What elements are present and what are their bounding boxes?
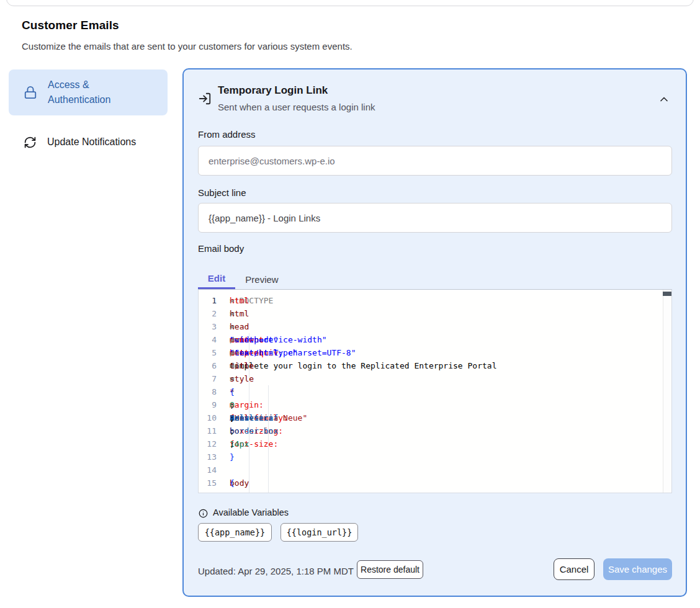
save-changes-button[interactable]: Save changes [603,558,672,580]
from-address-input[interactable] [198,146,672,176]
line-number: 2 [199,307,230,320]
line-number: 5 [199,346,230,359]
code-line: 12 font-size: 14px; [199,437,671,450]
sidebar-item-access-authentication[interactable]: Access & Authentication [9,69,168,115]
code-line: 7 <style> [199,372,671,385]
line-number: 14 [199,463,230,476]
code-line: 3<head> [199,320,671,333]
code-line: 8 * { [199,385,671,398]
sidebar-item-label: Update Notifications [47,135,158,150]
restore-default-button[interactable]: Restore default [357,560,423,579]
editor-scrollbar-thumb[interactable] [663,292,671,296]
sidebar-item-label: Access & Authentication [48,78,135,107]
page-title: Customer Emails [22,19,119,32]
line-number: 16 [199,490,230,493]
cancel-button[interactable]: Cancel [554,558,595,580]
code-line: 13 } [199,450,671,463]
subject-line-label: Subject line [198,187,246,198]
card-title: Temporary Login Link [218,84,328,97]
code-line: 14 [199,463,671,476]
tab-preview[interactable]: Preview [235,269,289,289]
card-subtitle: Sent when a user requests a login link [218,102,375,112]
previous-card-bottom-edge [6,0,694,6]
line-number: 1 [199,294,230,307]
line-number: 8 [199,385,230,398]
line-number: 9 [199,398,230,411]
code-line: 5 <meta http-equiv="Content-Type" conten… [199,346,671,359]
line-number: 6 [199,359,230,372]
available-variables-label: Available Variables [213,507,289,517]
line-number: 3 [199,320,230,333]
code-line: 6 <title>Complete your login to the Repl… [199,359,671,372]
line-number: 12 [199,437,230,450]
line-number: 4 [199,333,230,346]
code-line: 9 margin: 0; [199,398,671,411]
email-body-label: Email body [198,243,244,254]
info-icon [199,509,208,518]
code-line: 11 box-sizing: border-box; [199,424,671,437]
line-number: 10 [199,411,230,424]
tab-edit[interactable]: Edit [198,269,235,289]
line-number: 13 [199,450,230,463]
page-subtitle: Customize the emails that are sent to yo… [22,41,352,51]
from-address-label: From address [198,129,256,140]
email-types-sidebar: Access & Authentication Update Notificat… [9,69,168,156]
code-line: 1<!DOCTYPE html> [199,294,671,307]
variable-chip-app-name[interactable]: {{app_name}} [198,523,272,542]
sidebar-item-update-notifications[interactable]: Update Notifications [9,128,168,156]
chevron-up-icon[interactable] [658,93,670,105]
code-line: 2<html> [199,307,671,320]
code-line: 10 font-family: "Helvetica Neue", Helvet… [199,411,671,424]
refresh-icon [24,136,37,149]
editor-scrollbar-track[interactable] [663,290,671,493]
line-number: 11 [199,424,230,437]
temporary-login-link-card: Temporary Login Link Sent when a user re… [182,68,687,597]
line-number: 7 [199,372,230,385]
code-line: 15 body { [199,476,671,490]
login-icon [198,92,212,105]
line-number: 15 [199,476,230,490]
code-editor[interactable]: 1<!DOCTYPE html>2<html>3<head>4 <meta na… [198,289,672,493]
subject-line-input[interactable] [198,203,672,233]
updated-timestamp: Updated: Apr 29, 2025, 1:18 PM MDT [198,565,354,578]
email-body-tabs: Edit Preview [198,269,289,289]
code-lines: 1<!DOCTYPE html>2<html>3<head>4 <meta na… [199,294,671,493]
variable-chip-login-url[interactable]: {{login_url}} [280,523,358,542]
code-line: 16 background-color: #f6f6f6; [199,490,671,493]
code-line: 4 <meta name="viewport" content="width=d… [199,333,671,346]
lock-icon [24,86,37,99]
